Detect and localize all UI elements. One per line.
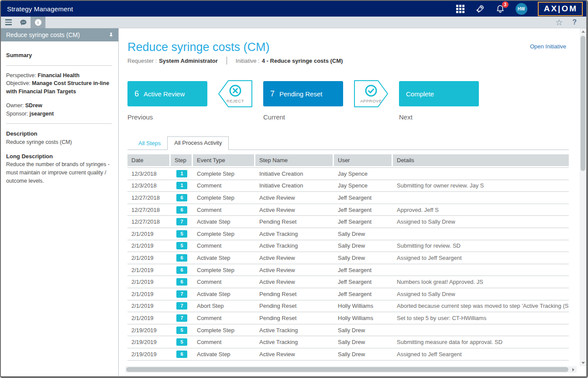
workflow-step-next[interactable]: Complete	[399, 81, 479, 106]
sidebar-header: Reduce syringe costs (CM)	[1, 28, 118, 41]
workflow-step-current[interactable]: 7 Pending Reset	[263, 81, 343, 106]
cell-step-name: Active Tracking	[255, 242, 333, 249]
open-initiative-link[interactable]: Open Initiative	[530, 43, 566, 50]
approve-button[interactable]: APPROVE	[353, 79, 389, 108]
cell-step-name: Pending Reset	[255, 315, 333, 321]
table-row[interactable]: 2/1/20196Activate StepActive ReviewSally…	[127, 252, 569, 264]
cell-step-name: Active Review	[255, 255, 333, 261]
table-row[interactable]: 12/27/20187Activate StepPending ResetJef…	[127, 216, 569, 228]
cell-step: 6	[171, 351, 192, 358]
tab-all-process-activity[interactable]: All Process Activity	[167, 136, 229, 150]
long-description-heading: Long Description	[6, 152, 112, 161]
cell-date: 2/1/2019	[127, 255, 169, 261]
activity-tabs: All StepsAll Process Activity	[127, 136, 569, 150]
cell-date: 12/3/2018	[127, 170, 169, 177]
info-panel-icon[interactable]: i	[31, 17, 45, 28]
cell-date: 12/27/2018	[127, 207, 169, 213]
scroll-up-icon[interactable]	[580, 28, 586, 35]
scroll-right-icon[interactable]	[570, 366, 577, 373]
table-row[interactable]: 2/1/20195CommentActive TrackingSally Dre…	[127, 240, 569, 252]
table-row[interactable]: 12/27/20186CommentActive ReviewJeff Sear…	[127, 204, 569, 216]
cell-date: 12/3/2018	[127, 182, 169, 189]
cell-details: Aborted because current step was moved t…	[393, 303, 569, 309]
favorite-star-icon[interactable]: ☆	[555, 18, 563, 27]
column-header-step[interactable]: Step	[171, 154, 192, 166]
initiative-meta: Requester : System Administrator Initiat…	[127, 57, 569, 65]
cell-user: Jay Spence	[334, 170, 392, 177]
cell-step-name: Active Tracking	[255, 231, 333, 237]
cell-user: Holly Williams	[334, 315, 392, 321]
cell-user: Sally Drew	[334, 231, 392, 237]
cell-details: Assigned to Sally Drew	[393, 291, 569, 297]
table-row[interactable]: 2/1/20195Complete StepActive TrackingSal…	[127, 228, 569, 240]
cell-event-type: Activate Step	[193, 291, 254, 297]
reject-x-icon	[229, 84, 242, 97]
cell-details: Submitting for review. SD	[393, 242, 569, 249]
tab-all-steps[interactable]: All Steps	[132, 137, 167, 150]
rocket-icon[interactable]	[475, 4, 485, 14]
menu-hamburger-icon[interactable]	[1, 17, 16, 28]
cell-date: 2/1/2019	[127, 315, 169, 321]
table-row[interactable]: 2/19/20195CommentActive TrackingSally Dr…	[127, 336, 569, 348]
step-number-badge: 6	[176, 278, 187, 286]
cell-step-name: Initiative Creation	[255, 182, 333, 189]
initiative-value: 4 - Reduce syringe costs (CM)	[262, 58, 343, 64]
cell-user: Sally Drew	[334, 255, 392, 261]
table-row[interactable]: 2/1/20196Complete StepActive ReviewJeff …	[127, 264, 569, 276]
cell-event-type: Comment	[193, 315, 254, 321]
perspective-field: Perspective: Financial Health	[6, 72, 112, 80]
app-grid-icon[interactable]	[456, 5, 464, 13]
sidebar-summary-panel: Summary Perspective: Financial Health Ob…	[1, 41, 118, 185]
table-row[interactable]: 12/3/20181CommentInitiative CreationJay …	[127, 180, 569, 192]
notifications-bell-icon[interactable]: 3	[495, 4, 505, 14]
table-row[interactable]: 2/1/20197Activate StepPending ResetJeff …	[127, 288, 569, 300]
cell-step-name: Initiative Creation	[255, 170, 333, 177]
cell-step: 6	[171, 278, 192, 286]
reject-button[interactable]: REJECT	[217, 79, 254, 108]
column-header-step-name[interactable]: Step Name	[255, 154, 333, 166]
table-row[interactable]: 2/1/20197Abort StepPending ResetHolly Wi…	[127, 300, 569, 313]
notification-count-badge: 3	[502, 1, 509, 8]
workflow-diagram: 6 Active Review Previous	[127, 81, 569, 121]
approve-check-icon	[364, 84, 378, 97]
help-icon[interactable]: ?	[572, 18, 577, 26]
table-row[interactable]: 2/19/20195Complete StepActive TrackingSa…	[127, 324, 569, 337]
vertical-scrollbar[interactable]	[580, 28, 586, 366]
secondary-toolbar: i ☆ ?	[1, 17, 586, 28]
app-title: Strategy Management	[7, 5, 73, 13]
step-number-badge: 5	[176, 327, 187, 334]
step-number-badge: 5	[176, 338, 187, 346]
top-navigation-bar: Strategy Management 3 HW	[1, 1, 586, 17]
cell-step: 6	[171, 266, 192, 274]
table-row[interactable]: 12/3/20181Complete StepInitiative Creati…	[127, 168, 569, 180]
divider	[6, 65, 112, 66]
requester-value: System Administrator	[159, 58, 218, 64]
process-activity-grid: DateStepEvent TypeStep NameUserDetails 1…	[127, 154, 569, 361]
cell-date: 2/19/2019	[127, 339, 169, 345]
table-row[interactable]: 2/19/20196Activate StepActive ReviewSall…	[127, 348, 569, 361]
table-row[interactable]: 2/1/20197CommentPending ResetHolly Willi…	[127, 312, 569, 324]
comments-icon[interactable]	[16, 17, 31, 28]
column-header-user[interactable]: User	[334, 154, 392, 166]
horizontal-scrollbar-thumb[interactable]	[126, 367, 568, 372]
user-avatar[interactable]: HW	[516, 3, 527, 15]
vertical-scrollbar-thumb[interactable]	[581, 36, 585, 171]
scroll-down-icon[interactable]	[580, 360, 586, 366]
table-row[interactable]: 2/1/20196CommentActive ReviewJeff Searge…	[127, 276, 569, 288]
column-header-event-type[interactable]: Event Type	[193, 154, 254, 166]
table-row[interactable]: 12/27/20186Complete StepActive ReviewJef…	[127, 192, 569, 204]
workflow-step-previous[interactable]: 6 Active Review	[127, 81, 207, 106]
cell-event-type: Comment	[193, 339, 254, 345]
pin-icon[interactable]	[108, 32, 114, 38]
info-sidebar: Reduce syringe costs (CM) Summary Perspe…	[1, 28, 119, 376]
divider	[227, 57, 227, 65]
sidebar-title: Reduce syringe costs (CM)	[6, 31, 80, 38]
column-header-details[interactable]: Details	[393, 154, 569, 166]
cell-event-type: Complete Step	[193, 327, 254, 334]
cell-step-name: Active Tracking	[255, 339, 333, 345]
column-header-date[interactable]: Date	[127, 154, 169, 166]
cell-step-name: Pending Reset	[255, 218, 333, 225]
horizontal-scrollbar[interactable]	[125, 366, 577, 373]
cell-event-type: Complete Step	[193, 267, 254, 273]
cell-step: 5	[171, 327, 192, 334]
